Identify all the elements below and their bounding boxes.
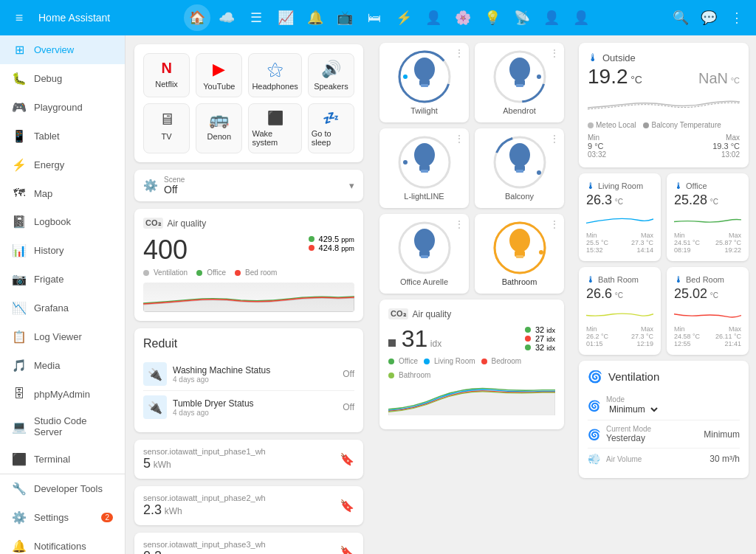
outside-max-time: 13:02 [712, 150, 740, 159]
headphones-label: Headphones [252, 82, 298, 91]
tv-label: TV [162, 132, 172, 141]
logviewer-icon: 📋 [12, 330, 27, 344]
aq2-dot-1 [525, 327, 531, 333]
nav-home-icon[interactable]: 🏠 [184, 4, 210, 31]
nav-user3-icon[interactable]: 👤 [568, 4, 594, 31]
sidebar-item-logviewer[interactable]: 📋 Log Viewer [0, 322, 125, 351]
netflix-button[interactable]: N Netflix [143, 53, 190, 97]
air-quality-card-2: CO₂ Air quality 31 idx 32 idx [379, 299, 564, 429]
headphones-button[interactable]: ⚝ Headphones [248, 53, 301, 97]
wake-button[interactable]: ⬛ Wake system [248, 103, 301, 153]
nav-user2-icon[interactable]: 👤 [538, 4, 565, 31]
light-card-abendrot[interactable]: ⋮ Abendrot [475, 43, 564, 122]
outside-nan-group: NaN °C [698, 70, 740, 87]
aq2-dot-3 [525, 344, 531, 350]
bathroom-menu-icon[interactable]: ⋮ [549, 218, 560, 230]
bed-minmax-times: 12:55 21:41 [674, 340, 741, 347]
sidebar-label-studiocode: Studio Code Server [34, 415, 113, 437]
sidebar-item-map[interactable]: 🗺 Map [0, 179, 125, 207]
nav-bed-icon[interactable]: 🛏 [361, 4, 388, 31]
sidebar-item-phpmyadmin[interactable]: 🗄 phpMyAdmin [0, 380, 125, 408]
bath-min-time: 01:15 [586, 340, 603, 347]
menu-icon[interactable]: ≡ [6, 4, 32, 31]
lr-unit: °C [615, 198, 623, 206]
bookmark-icon-3[interactable]: 🔖 [340, 545, 354, 554]
light-card-office-aurelle[interactable]: ⋮ Office Aurelle [379, 214, 469, 294]
youtube-button[interactable]: ▶ YouTube [196, 53, 242, 97]
vent-current-info: Current Mode Yesterday [606, 425, 651, 443]
denon-button[interactable]: 🚌 Denon [196, 103, 242, 153]
sidebar-item-frigate[interactable]: 📷 Frigate [0, 265, 125, 294]
nav-weather-icon[interactable]: ☁️ [213, 4, 240, 31]
light-card-llightline[interactable]: ⋮ L-lightLINE [379, 128, 469, 208]
sidebar-item-debug[interactable]: 🐛 Debug [0, 64, 125, 93]
sidebar-label-overview: Overview [34, 44, 74, 55]
nav-energy-icon[interactable]: ⚡ [391, 4, 417, 31]
nav-person-icon[interactable]: 👤 [420, 4, 447, 31]
outside-legend-dot-2 [643, 122, 649, 128]
aq2-legend-label-living: Living Room [434, 357, 475, 365]
speakers-button[interactable]: 🔊 Speakers [308, 53, 354, 97]
twilight-menu-icon[interactable]: ⋮ [454, 47, 464, 59]
more-icon[interactable]: ⋮ [724, 4, 750, 31]
sidebar-item-studiocode[interactable]: 💻 Studio Code Server [0, 408, 125, 445]
vent-mode-select[interactable]: Minimum Medium Maximum [606, 404, 660, 415]
nav-radar-icon[interactable]: 📡 [509, 4, 535, 31]
bed-header: 🌡 Bed Room [674, 274, 741, 285]
nav-tv-icon[interactable]: 📺 [331, 4, 358, 31]
chevron-down-icon[interactable]: ▾ [349, 180, 354, 191]
bookmark-icon-2[interactable]: 🔖 [340, 499, 354, 513]
lr-value-row: 26.3 °C [586, 193, 653, 208]
vent-current-label: Current Mode [606, 425, 651, 433]
aq2-unit: idx [430, 339, 441, 349]
balcony-menu-icon[interactable]: ⋮ [549, 133, 560, 145]
speakers-icon: 🔊 [321, 60, 341, 79]
office-aurelle-menu-icon[interactable]: ⋮ [454, 218, 464, 230]
aq1-main: 400 429.5 ppm 424.8 ppm [143, 235, 354, 266]
svg-point-32 [539, 250, 543, 255]
svg-rect-4 [421, 84, 428, 87]
bed-min-label: Min [674, 325, 685, 333]
sidebar-item-logbook[interactable]: 📓 Logbook [0, 207, 125, 236]
svg-rect-26 [421, 255, 428, 258]
sidebar-item-playground[interactable]: 🎮 Playground [0, 93, 125, 122]
office-aurelle-name: Office Aurelle [400, 277, 448, 286]
search-icon[interactable]: 🔍 [667, 4, 694, 31]
sleep-button[interactable]: 💤 Go to sleep [308, 103, 354, 153]
light-card-balcony[interactable]: ⋮ Balcony [475, 128, 564, 208]
sidebar-item-media[interactable]: 🎵 Media [0, 351, 125, 380]
app-title: Home Assistant [38, 12, 110, 24]
lr-max-val: 27.3 °C [631, 239, 653, 246]
light-card-twilight[interactable]: ⋮ Twilight [379, 43, 469, 122]
top-navigation: ≡ Home Assistant 🏠 ☁️ ☰ 📈 🔔 📺 🛏 ⚡ 👤 🌸 💡 … [0, 0, 756, 35]
abendrot-menu-icon[interactable]: ⋮ [549, 47, 560, 59]
nav-flower-icon[interactable]: 🌸 [450, 4, 476, 31]
netflix-icon: N [161, 60, 171, 77]
nav-chart-icon[interactable]: 📈 [272, 4, 299, 31]
sidebar-item-grafana[interactable]: 📉 Grafana [0, 294, 125, 322]
sidebar-item-settings[interactable]: ⚙️ Settings 2 [0, 503, 125, 532]
youtube-label: YouTube [203, 82, 235, 91]
nav-bulb-icon[interactable]: 💡 [479, 4, 506, 31]
sidebar-item-devtools[interactable]: 🔧 Developer Tools [0, 474, 125, 503]
vent-air-label: Air Volume [606, 455, 642, 463]
chat-icon[interactable]: 💬 [695, 4, 722, 31]
llightline-name: L-lightLINE [404, 192, 444, 201]
aq2-legend-dot-bedroom [481, 359, 487, 364]
outside-temp-unit: °C [630, 74, 642, 86]
nav-menu-icon[interactable]: ☰ [243, 4, 269, 31]
tablet-icon: 📱 [12, 129, 27, 143]
sidebar-item-history[interactable]: 📊 History [0, 236, 125, 265]
sidebar-item-tablet[interactable]: 📱 Tablet [0, 122, 125, 150]
vent-current-value: Minimum [704, 429, 740, 440]
sidebar-item-terminal[interactable]: ⬛ Terminal [0, 445, 125, 474]
light-card-bathroom[interactable]: ⋮ Bathroom [475, 214, 564, 294]
sidebar-item-energy[interactable]: ⚡ Energy [0, 150, 125, 179]
llightline-menu-icon[interactable]: ⋮ [454, 133, 464, 145]
sidebar-item-overview[interactable]: ⊞ Overview [0, 35, 125, 64]
sidebar-item-notifications[interactable]: 🔔 Notifications [0, 532, 125, 554]
outside-temp-card: 🌡 Outside 19.2 °C NaN °C [579, 43, 749, 167]
bookmark-icon-1[interactable]: 🔖 [340, 452, 354, 466]
nav-bell-icon[interactable]: 🔔 [302, 4, 329, 31]
tv-button[interactable]: 🖥 TV [143, 103, 190, 153]
